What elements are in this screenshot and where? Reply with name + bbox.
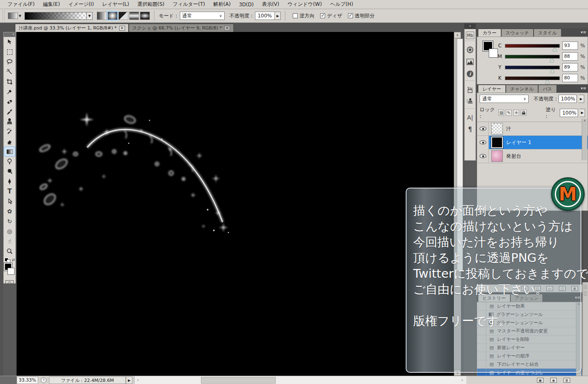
lock-position-icon[interactable]: ✛ <box>513 110 519 116</box>
character-panel-icon[interactable]: A| <box>465 112 475 123</box>
brush-tool[interactable] <box>4 107 15 117</box>
panel-menu-icon[interactable]: ▾≡ <box>581 86 586 90</box>
menu-window[interactable]: ウィンドウ(W) <box>283 0 326 9</box>
histogram-icon[interactable] <box>465 56 475 67</box>
menu-edit[interactable]: 編集(E) <box>39 0 64 9</box>
doc-tab-inactive[interactable]: スクショ @ 66.7% (レイヤー 9, RGB/8) * ✕ <box>129 24 234 32</box>
menu-view[interactable]: 表示(V) <box>258 0 284 9</box>
menu-file[interactable]: ファイル(F) <box>3 0 39 9</box>
burn-tool[interactable] <box>4 166 15 176</box>
scroll-left-icon[interactable]: ‹ <box>135 378 141 382</box>
new-document-from-state-icon[interactable]: ▣ <box>537 378 544 383</box>
path-select-tool[interactable] <box>4 196 15 206</box>
layer-row-layer1[interactable]: レイヤー 1 <box>477 136 588 149</box>
clone-stamp-tool[interactable] <box>4 117 15 127</box>
layer-fill-spinner[interactable]: ▶ <box>580 109 585 117</box>
visibility-toggle[interactable] <box>477 149 489 163</box>
healing-brush-tool[interactable] <box>4 97 15 107</box>
tab-channels[interactable]: チャンネル <box>506 85 538 93</box>
layer-row-juice[interactable]: 汁 <box>477 122 588 136</box>
diamond-gradient-icon[interactable] <box>140 12 150 20</box>
magenta-slider[interactable] <box>505 55 560 59</box>
delete-state-icon[interactable]: 🗑 <box>564 378 570 383</box>
layer-thumbnail[interactable] <box>491 123 503 135</box>
rotate-3d-tool[interactable]: ↻ <box>4 216 15 226</box>
cyan-slider[interactable] <box>505 44 560 48</box>
info-icon[interactable]: i <box>465 68 475 79</box>
tab-swatches[interactable]: スウォッチ <box>502 29 533 37</box>
hand-tool[interactable]: ☝ <box>4 236 15 246</box>
hscroll-thumb[interactable] <box>201 377 276 384</box>
layers-scrollbar[interactable]: ∧ <box>582 119 587 160</box>
menu-layer[interactable]: レイヤー(L) <box>98 0 133 9</box>
shape-tool[interactable]: ✿ <box>4 206 15 216</box>
yellow-value-input[interactable]: 89 <box>562 63 578 71</box>
dock-collapse-button[interactable]: « <box>464 24 476 29</box>
dither-checkbox[interactable]: ディザ <box>320 12 342 20</box>
tab-paths[interactable]: パス <box>539 85 556 93</box>
lock-pixels-icon[interactable]: ✎ <box>506 110 512 116</box>
menu-image[interactable]: イメージ(I) <box>64 0 98 9</box>
angle-gradient-icon[interactable] <box>118 12 128 20</box>
visibility-toggle[interactable] <box>477 136 489 149</box>
yellow-slider[interactable] <box>505 66 560 69</box>
type-tool[interactable]: T <box>4 186 15 196</box>
new-snapshot-icon[interactable]: ◉ <box>550 378 557 383</box>
lock-transparency-icon[interactable]: ▨ <box>498 110 504 116</box>
menu-3d[interactable]: 3D(D) <box>235 1 257 8</box>
visibility-toggle[interactable] <box>477 122 489 136</box>
layer-fill-input[interactable]: 100% <box>560 109 578 117</box>
transparency-checkbox[interactable]: 透明部分 <box>348 12 375 20</box>
gradient-preview[interactable] <box>24 12 87 20</box>
lock-all-icon[interactable] <box>521 110 527 116</box>
tab-color[interactable]: カラー <box>478 29 501 37</box>
linear-gradient-icon[interactable] <box>97 12 107 20</box>
lasso-tool[interactable] <box>4 57 15 67</box>
menu-help[interactable]: ヘルプ(H) <box>326 0 357 9</box>
marquee-tool[interactable] <box>4 47 15 57</box>
layer-opacity-spinner[interactable]: ▶ <box>578 95 584 103</box>
brush-panel-icon[interactable] <box>465 84 475 95</box>
menu-select[interactable]: 選択範囲(S) <box>133 0 169 9</box>
background-color-swatch[interactable] <box>7 268 15 275</box>
move-tool[interactable] <box>4 37 15 47</box>
scroll-up-icon[interactable]: ∧ <box>454 32 461 38</box>
close-icon[interactable]: ✕ <box>119 26 125 31</box>
dodge-tool[interactable] <box>4 157 15 166</box>
toolbox-collapse-button[interactable]: » <box>4 32 15 37</box>
layer-opacity-input[interactable]: 100% <box>559 95 577 103</box>
blend-mode-select[interactable]: 通常∨ <box>180 12 225 20</box>
magenta-value-input[interactable]: 88 <box>562 52 578 61</box>
layer-name[interactable]: レイヤー 1 <box>506 139 531 146</box>
doc-tab-active[interactable]: 汁講座.psd @ 33.3% (レイヤー 1, RGB/8#) * ✕ <box>15 24 129 32</box>
tool-preset-picker[interactable]: ▼ <box>8 12 22 19</box>
opacity-input[interactable]: 100% <box>255 12 275 20</box>
paragraph-panel-icon[interactable]: ¶ <box>465 124 475 135</box>
clone-source-icon[interactable] <box>465 96 475 107</box>
tab-layers[interactable]: レイヤー <box>478 85 505 93</box>
pen-tool[interactable] <box>4 176 15 186</box>
menu-analysis[interactable]: 解析(A) <box>209 0 235 9</box>
panel-menu-icon[interactable]: ▾≡ <box>581 30 586 34</box>
scroll-right-icon[interactable]: › <box>459 378 466 382</box>
eraser-tool[interactable] <box>4 137 15 147</box>
crop-tool[interactable] <box>4 77 15 87</box>
close-icon[interactable]: ✕ <box>224 26 230 31</box>
opacity-spinner[interactable]: ▶ <box>275 12 281 20</box>
menu-filter[interactable]: フィルター(T) <box>169 0 209 9</box>
dither-checkbox-box[interactable] <box>320 13 325 18</box>
layer-thumbnail[interactable] <box>491 137 503 148</box>
layer-blend-mode-select[interactable]: 通常∨ <box>480 95 529 103</box>
options-grip[interactable] <box>2 10 5 21</box>
radial-gradient-icon[interactable] <box>108 12 118 20</box>
swap-colors-icon[interactable]: ⇄ <box>12 258 15 262</box>
layer-name[interactable]: 発射台 <box>506 153 521 160</box>
panel-background-swatch[interactable] <box>489 49 498 58</box>
gradient-editor[interactable]: ▼ <box>24 12 93 20</box>
navigator-icon[interactable] <box>465 44 475 55</box>
cyan-value-input[interactable]: 93 <box>562 42 578 50</box>
canvas-hscrollbar[interactable]: ‹ › <box>134 376 466 384</box>
eyedropper-tool[interactable] <box>4 87 15 97</box>
layer-thumbnail[interactable] <box>491 150 503 162</box>
tab-styles[interactable]: スタイル <box>534 29 561 37</box>
